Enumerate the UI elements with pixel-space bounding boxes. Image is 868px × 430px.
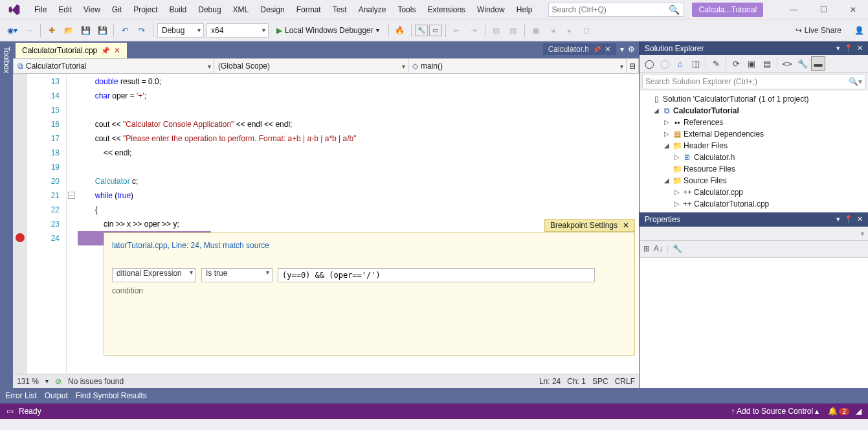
menu-project[interactable]: Project xyxy=(128,0,163,19)
close-icon[interactable]: ✕ xyxy=(857,215,863,223)
switch-views-button[interactable]: ◫ xyxy=(689,56,703,71)
tree-item[interactable]: ▷++CalculatorTutorial.cpp xyxy=(641,198,867,210)
sync-button[interactable]: ⟳ xyxy=(729,56,743,71)
split-icon[interactable]: ⊟ xyxy=(627,59,638,73)
close-window-button[interactable]: ✕ xyxy=(838,0,868,19)
bookmark-clear-button[interactable]: ◻ xyxy=(579,23,594,38)
comment-button[interactable]: ▤ xyxy=(489,23,504,38)
eol-indicator[interactable]: CRLF xyxy=(615,377,635,386)
tree-item[interactable]: ◢📁Header Files xyxy=(641,140,867,152)
tree-item[interactable]: ▷▦External Dependencies xyxy=(641,128,867,140)
indent-dec-button[interactable]: ⇤ xyxy=(449,23,465,38)
nav-project[interactable]: ⧉ CalculatorTutorial xyxy=(14,59,214,73)
start-debugging-button[interactable]: ▶ Local Windows Debugger ▾ xyxy=(273,23,383,38)
breakpoint-marker[interactable] xyxy=(16,233,25,242)
maximize-button[interactable]: ☐ xyxy=(808,0,838,19)
live-share-button[interactable]: ↪ Live Share 👤 xyxy=(796,26,864,35)
categorized-icon[interactable]: ⊞ xyxy=(643,244,650,253)
breakpoint-location-link[interactable]: latorTutorial.cpp, Line: 24, Must match … xyxy=(112,241,269,250)
notifications-button[interactable]: 🔔2 xyxy=(828,407,849,416)
resize-grip-icon[interactable]: ◢ xyxy=(856,407,862,416)
dropdown-icon[interactable]: ▾ xyxy=(836,44,840,52)
fold-column[interactable]: − xyxy=(66,74,78,374)
nav-scope[interactable]: (Global Scope) xyxy=(214,59,408,73)
menu-help[interactable]: Help xyxy=(511,0,539,19)
menu-design[interactable]: Design xyxy=(254,0,290,19)
properties-header[interactable]: Properties ▾ 📍 ✕ xyxy=(640,212,868,227)
solution-explorer-search[interactable]: Search Solution Explorer (Ctrl+;) 🔍▾ xyxy=(642,74,865,89)
redo-button[interactable]: ↷ xyxy=(134,23,150,38)
open-file-button[interactable]: 📂 xyxy=(61,23,76,38)
title-project-button[interactable]: Calcula...Tutorial xyxy=(692,3,763,17)
add-source-control-button[interactable]: ↑ Add to Source Control ▴ xyxy=(731,407,819,416)
tab-settings-icon[interactable]: ⚙ xyxy=(628,45,635,54)
tree-item[interactable]: ▷++Calculator.cpp xyxy=(641,187,867,198)
save-button[interactable]: 💾 xyxy=(78,23,93,38)
nav-fwd-button[interactable]: → xyxy=(21,23,37,38)
back-button[interactable]: ◯ xyxy=(642,56,656,71)
dropdown-icon[interactable]: ▾ xyxy=(861,230,864,237)
code-view-button[interactable]: <> xyxy=(780,56,794,71)
properties-button[interactable]: 🔧 xyxy=(796,56,810,71)
search-input[interactable] xyxy=(551,5,681,14)
bottom-tab-output[interactable]: Output xyxy=(45,391,68,400)
menu-view[interactable]: View xyxy=(78,0,106,19)
uncomment-button[interactable]: ▤ xyxy=(506,23,521,38)
bookmark-prev-button[interactable]: ◂ xyxy=(545,23,561,38)
bookmark-button[interactable]: ◼ xyxy=(528,23,544,38)
menu-git[interactable]: Git xyxy=(106,0,128,19)
account-icon[interactable]: 👤 xyxy=(854,26,864,35)
solution-explorer-header[interactable]: Solution Explorer ▾ 📍 ✕ xyxy=(640,41,868,55)
menu-file[interactable]: File xyxy=(28,0,52,19)
menu-edit[interactable]: Edit xyxy=(52,0,78,19)
close-icon[interactable]: ✕ xyxy=(857,44,863,52)
config-dropdown[interactable]: Debug xyxy=(157,23,204,38)
tb-ico-2[interactable]: 🔧 xyxy=(415,25,428,36)
solution-tree[interactable]: ▯Solution 'CalculatorTutorial' (1 of 1 p… xyxy=(640,91,868,212)
nav-back-button[interactable]: ◉▾ xyxy=(5,23,20,38)
new-project-button[interactable]: ✚ xyxy=(44,23,60,38)
breakpoint-gutter[interactable] xyxy=(13,74,27,374)
home-button[interactable]: ⌂ xyxy=(673,56,687,71)
condition-expression-input[interactable] xyxy=(278,268,595,282)
condition-type-dropdown[interactable]: ditional Expression xyxy=(112,268,196,282)
tree-item[interactable]: ▷▪▪References xyxy=(641,117,867,128)
menu-analyze[interactable]: Analyze xyxy=(353,0,392,19)
pin-icon[interactable]: 📌 xyxy=(101,47,110,55)
fwd-button[interactable]: ◯ xyxy=(658,56,672,71)
tree-item[interactable]: ▯Solution 'CalculatorTutorial' (1 of 1 p… xyxy=(641,93,867,105)
close-icon[interactable]: ✕ xyxy=(623,221,629,230)
global-search[interactable]: 🔍 xyxy=(548,3,684,17)
wrench-icon[interactable]: 🔧 xyxy=(673,244,682,253)
menu-build[interactable]: Build xyxy=(164,0,193,19)
alphabetical-icon[interactable]: A↓ xyxy=(654,244,663,253)
zoom-level[interactable]: 131 % xyxy=(17,377,39,386)
menu-window[interactable]: Window xyxy=(471,0,511,19)
menu-extensions[interactable]: Extensions xyxy=(421,0,471,19)
pin-icon[interactable]: 📍 xyxy=(844,215,853,223)
bookmark-next-button[interactable]: ▸ xyxy=(562,23,577,38)
preview-button[interactable]: ▬ xyxy=(811,56,825,71)
pending-changes-button[interactable]: ✎ xyxy=(709,56,723,71)
tb-ico-3[interactable]: ▭ xyxy=(429,25,442,36)
tb-ico-1[interactable]: 🔥 xyxy=(392,23,408,38)
tree-item[interactable]: 📁Resource Files xyxy=(641,163,867,175)
indent-inc-button[interactable]: ⇥ xyxy=(466,23,482,38)
minimize-button[interactable]: — xyxy=(779,0,808,19)
tree-item[interactable]: ▷🗎Calculator.h xyxy=(641,152,867,163)
pin-icon[interactable]: 📌 xyxy=(593,46,601,53)
toolbox-tab[interactable]: Toolbox xyxy=(0,41,13,388)
fold-toggle[interactable]: − xyxy=(68,192,75,199)
bottom-tab-error-list[interactable]: Error List xyxy=(5,391,37,400)
platform-dropdown[interactable]: x64 xyxy=(206,23,269,38)
file-tab-active[interactable]: CalculatorTutorial.cpp 📌 ✕ xyxy=(16,43,127,58)
tree-item[interactable]: ◢⧉CalculatorTutorial xyxy=(641,105,867,117)
condition-mode-dropdown[interactable]: Is true xyxy=(201,268,273,282)
code-editor[interactable]: 131415161718192021222324 − double result… xyxy=(13,74,639,374)
issues-text[interactable]: No issues found xyxy=(68,377,124,386)
close-tab-icon[interactable]: ✕ xyxy=(605,45,611,54)
bottom-tab-find-symbol-results[interactable]: Find Symbol Results xyxy=(76,391,147,400)
tab-overflow-icon[interactable]: ▾ xyxy=(620,45,624,54)
tree-item[interactable]: ◢📁Source Files xyxy=(641,175,867,187)
save-all-button[interactable]: 💾 xyxy=(95,23,110,38)
